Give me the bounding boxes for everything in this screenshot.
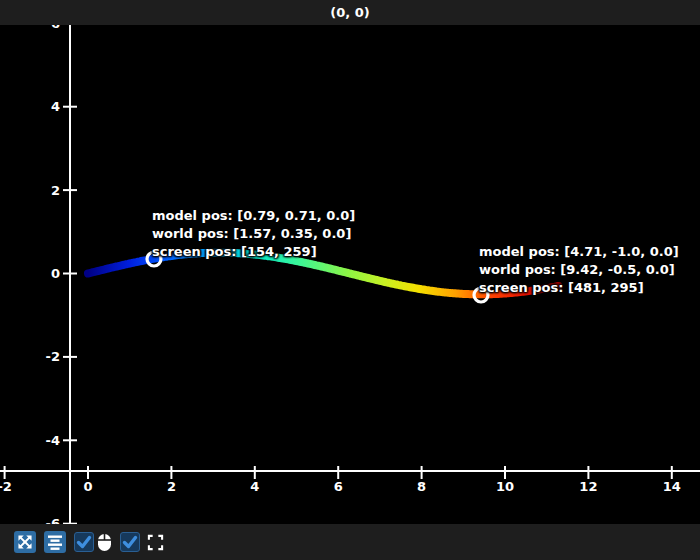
x-tick-label: 14 — [663, 479, 681, 494]
mouse-icon — [97, 533, 112, 552]
y-tick-label: 4 — [51, 99, 60, 114]
y-tick-label: 2 — [51, 183, 60, 198]
y-tick-label: 0 — [51, 266, 60, 281]
checkmark-icon — [75, 533, 93, 551]
mouse-interaction-checkbox[interactable] — [74, 532, 94, 552]
x-tick-label: 8 — [417, 479, 426, 494]
window-title: (0, 0) — [330, 5, 369, 20]
x-tick-label: -2 — [0, 479, 12, 494]
center-lines-tool-button[interactable] — [44, 531, 66, 553]
y-tick-label: -2 — [46, 349, 60, 364]
plot-canvas[interactable]: -2024681012146420-2-4-6 — [0, 0, 700, 560]
fullscreen-checkbox[interactable] — [120, 532, 140, 552]
four-arrows-icon — [16, 533, 34, 551]
plot-window: (0, 0) -2024681012146420-2-4-6 model pos… — [0, 0, 700, 560]
x-tick-label: 0 — [83, 479, 92, 494]
x-tick-label: 2 — [167, 479, 176, 494]
center-lines-icon — [46, 533, 64, 551]
x-tick-label: 10 — [496, 479, 514, 494]
checkmark-icon — [121, 533, 139, 551]
title-bar: (0, 0) — [0, 0, 700, 25]
sine-curve[interactable] — [88, 253, 558, 295]
x-tick-label: 4 — [250, 479, 259, 494]
x-tick-label: 12 — [579, 479, 597, 494]
x-tick-label: 6 — [334, 479, 343, 494]
fullscreen-icon — [147, 534, 164, 551]
fullscreen-button[interactable] — [147, 534, 164, 551]
bottom-toolbar — [0, 524, 700, 560]
y-tick-label: -4 — [46, 433, 60, 448]
pan-tool-button[interactable] — [14, 531, 36, 553]
